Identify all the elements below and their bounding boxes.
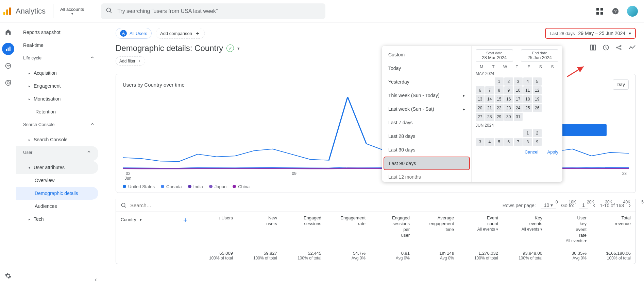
table-dimension-selector[interactable]: Country ▾＋ — [121, 215, 189, 224]
table-total-cell: 30.35%Avg 0% — [542, 251, 587, 260]
status-check-icon[interactable]: ✓ — [226, 44, 234, 52]
date-apply-button[interactable]: Apply — [547, 149, 558, 155]
global-search[interactable]: Try searching "users from USA last week" — [101, 3, 325, 19]
table-col-header[interactable]: Totalrevenue — [587, 215, 631, 227]
calendar-month-label: JUN 2024 — [476, 123, 558, 128]
rail-home-icon[interactable] — [2, 26, 14, 38]
end-date-input[interactable]: End date 25 Jun 2024 — [521, 49, 558, 62]
date-preset[interactable]: This week (Sun - Today)▸ — [382, 89, 471, 102]
nav-section-user[interactable]: User⌃ — [16, 146, 98, 161]
svg-rect-15 — [594, 45, 596, 50]
date-preset[interactable]: Last 90 days — [384, 157, 470, 170]
account-selector[interactable]: All accounts ▾ — [53, 4, 91, 18]
rail-reports-icon[interactable] — [2, 43, 14, 55]
rows-per-page-select[interactable]: 10 ▾ — [541, 202, 556, 209]
date-preset[interactable]: Yesterday — [382, 75, 471, 89]
table-col-header[interactable]: ↓ Users — [189, 215, 233, 221]
segment-badge: A — [120, 30, 127, 37]
table-col-header[interactable]: Engagedsessions — [277, 215, 321, 227]
nav-overview[interactable]: Overview — [16, 174, 102, 187]
bar-chart-right: 010K20K30K40K50K — [556, 124, 634, 204]
segment-all-users[interactable]: A All Users — [116, 28, 152, 39]
table-col-header[interactable]: Newusers — [233, 215, 277, 227]
svg-line-21 — [618, 48, 620, 49]
calendar-jun[interactable]: 123456789 — [476, 129, 558, 146]
nav-tech[interactable]: ▸Tech — [16, 213, 102, 226]
nav-audiences[interactable]: Audiences — [16, 200, 102, 213]
add-comparison-button[interactable]: Add comparison＋ — [156, 28, 205, 39]
date-preset[interactable]: Last 28 days — [382, 129, 471, 143]
table-search[interactable] — [121, 202, 499, 209]
date-preset[interactable]: Last week (Sun - Sat)▸ — [382, 102, 471, 116]
rail-admin-icon[interactable] — [2, 270, 14, 282]
share-icon[interactable] — [615, 44, 622, 53]
search-icon — [121, 202, 127, 209]
date-cancel-button[interactable]: Cancel — [525, 149, 538, 155]
svg-point-3 — [107, 8, 111, 12]
svg-point-17 — [616, 47, 617, 48]
date-preset[interactable]: Custom — [382, 48, 471, 61]
add-dimension-icon[interactable]: ＋ — [182, 215, 189, 224]
rail-explore-icon[interactable] — [2, 60, 14, 72]
start-date-input[interactable]: Start date 28 Mar 2024 — [476, 49, 513, 62]
chevron-down-icon: ▾ — [629, 31, 631, 36]
nav-engagement[interactable]: ▸Engagement — [16, 79, 102, 92]
user-avatar[interactable] — [627, 6, 638, 17]
svg-point-19 — [620, 49, 621, 50]
table-total-cell: 0.81Avg 0% — [366, 251, 410, 260]
nav-acquisition[interactable]: ▸Acquisition — [16, 67, 102, 79]
table-col-header[interactable]: EventcountAll events ▾ — [454, 215, 498, 232]
table-total-cell: 65,009100% of total — [189, 251, 233, 260]
svg-point-18 — [620, 45, 621, 46]
svg-rect-8 — [8, 48, 9, 51]
brand-label: Analytics — [16, 7, 46, 16]
date-preset[interactable]: Last 7 days — [382, 116, 471, 129]
date-range-selector[interactable]: Last 28 days 29 May – 25 Jun 2024 ▾ — [545, 28, 636, 39]
table-search-input[interactable] — [130, 202, 232, 209]
chevron-down-icon[interactable]: ▾ — [237, 46, 240, 51]
table-col-header[interactable]: Averageengagementtime — [410, 215, 454, 233]
collapse-sidenav-icon[interactable]: ‹ — [95, 276, 97, 283]
svg-point-12 — [7, 82, 10, 84]
search-icon — [106, 7, 113, 15]
table-col-header[interactable]: Engagedsessionsperuser — [366, 215, 410, 238]
table-col-header[interactable]: UserkeyeventrateAll events ▾ — [542, 215, 587, 244]
nav-monetisation[interactable]: ▸Monetisation — [16, 92, 102, 105]
nav-section-life-cycle[interactable]: Life cycle⌃ — [16, 52, 102, 67]
calendar-may[interactable]: 1234567891011121314151617181920212223242… — [476, 77, 558, 121]
svg-text:?: ? — [614, 8, 616, 14]
table-col-header[interactable]: Engagementrate — [321, 215, 366, 227]
nav-demographic-details[interactable]: Demographic details — [16, 187, 98, 200]
add-filter-button[interactable]: Add filter ＋ — [116, 56, 145, 66]
granularity-selector[interactable]: Day — [613, 79, 629, 90]
date-preset[interactable]: Last 30 days — [382, 143, 471, 157]
rail-advertising-icon[interactable] — [2, 77, 14, 89]
nav-user-attributes[interactable]: ▾User attributes — [16, 161, 98, 174]
triangle-right-icon: ▸ — [29, 84, 30, 88]
chevron-down-icon: ▾ — [60, 12, 84, 16]
insights-icon[interactable] — [603, 44, 609, 53]
nav-real-time[interactable]: Real-time — [16, 39, 102, 52]
nav-retention[interactable]: Retention — [16, 105, 102, 118]
apps-icon[interactable] — [596, 7, 604, 15]
customize-report-icon[interactable] — [590, 44, 596, 53]
plus-icon: ＋ — [137, 58, 141, 64]
chart-legend: United StatesCanadaIndiaJapanChina — [123, 184, 629, 189]
nav-reports-snapshot[interactable]: Reports snapshot — [16, 26, 102, 39]
nav-section-search-console[interactable]: Search Console⌃ — [16, 118, 102, 133]
trend-icon[interactable] — [628, 44, 636, 52]
svg-point-22 — [121, 203, 125, 207]
table-total-cell: 1,276,032100% of total — [454, 251, 498, 260]
table-total-cell: 1m 14sAvg 0% — [410, 251, 454, 260]
date-preset[interactable]: Today — [382, 61, 471, 75]
svg-line-4 — [110, 11, 112, 13]
table-total-cell: 93,848.00100% of total — [498, 251, 542, 260]
table-col-header[interactable]: KeyeventsAll events ▾ — [498, 215, 542, 232]
svg-rect-0 — [3, 12, 5, 15]
triangle-right-icon: ▸ — [29, 97, 30, 101]
nav-search-console[interactable]: ▸Search Console — [16, 133, 102, 146]
help-icon[interactable]: ? — [611, 7, 620, 15]
svg-line-23 — [124, 206, 126, 208]
svg-line-20 — [618, 46, 620, 47]
date-preset[interactable]: Last 12 months — [382, 170, 471, 181]
